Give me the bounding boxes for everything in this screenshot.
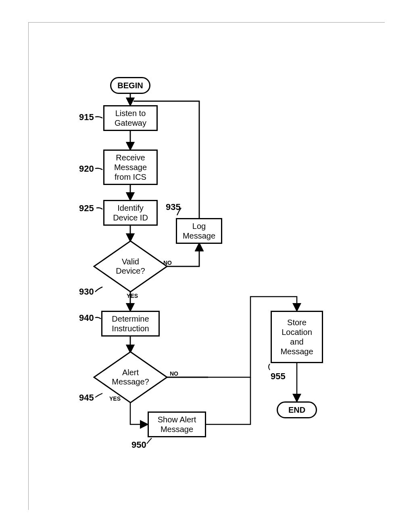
process-955-redrawn: Store Location and Message (271, 311, 323, 363)
header-publication-type: Patent Application Publication (37, 27, 136, 35)
process-920-top: Receive Message from ICS (103, 150, 158, 185)
decision-945-text-top: Alert Message? (93, 351, 168, 403)
ref-955-redrawn: 955 (271, 371, 286, 382)
ref-915-top: 915 (79, 112, 94, 123)
terminator-end-redrawn: END (277, 401, 317, 418)
svg-rect-12 (29, 23, 385, 510)
ref-945-redrawn: 945 (79, 393, 94, 403)
ref-920-top: 920 (79, 164, 94, 174)
flow-arrows-clean (29, 23, 385, 510)
flag-930-yes-top: YES (127, 293, 138, 299)
header-pubnum: US 2009/0069954 A1 (311, 27, 376, 35)
process-935-top: Log Message (176, 218, 222, 244)
figure-label: FIG. 9 (188, 457, 225, 473)
header-center: Mar. 12, 2009 Sheet 9 of 11 (161, 27, 253, 35)
decision-945-top: Alert Message? (93, 351, 168, 403)
flow-arrows (29, 23, 385, 510)
process-915-top: Listen to Gateway (103, 105, 158, 131)
flag-930-no-top: NO (163, 260, 172, 266)
ref-950-redrawn: 950 (131, 440, 146, 450)
process-950-redrawn: Show Alert Message (148, 411, 206, 437)
ref-940-top: 940 (79, 313, 94, 323)
flag-945-no-redrawn: NO (170, 370, 178, 377)
header-date: Mar. 12, 2009 (161, 27, 203, 34)
patent-page: Patent Application Publication Mar. 12, … (28, 22, 385, 510)
process-925-top: Identify Device ID (103, 200, 158, 226)
header-sheet: Sheet 9 of 11 (210, 27, 252, 34)
decision-930-top: Valid Device? (93, 240, 168, 293)
page-header: Patent Application Publication Mar. 12, … (29, 23, 384, 39)
svg-rect-9 (166, 305, 271, 385)
ref-925-top: 925 (79, 203, 94, 214)
terminator-begin-top: BEGIN (110, 77, 150, 94)
process-940-top: Determine Instruction (101, 311, 160, 337)
flow-arrows-main (29, 23, 385, 510)
ref-930-top: 930 (79, 287, 94, 297)
flow-arrows-right (29, 23, 385, 510)
decision-930-text-top: Valid Device? (93, 240, 168, 293)
ref-935-top: 935 (166, 202, 181, 212)
